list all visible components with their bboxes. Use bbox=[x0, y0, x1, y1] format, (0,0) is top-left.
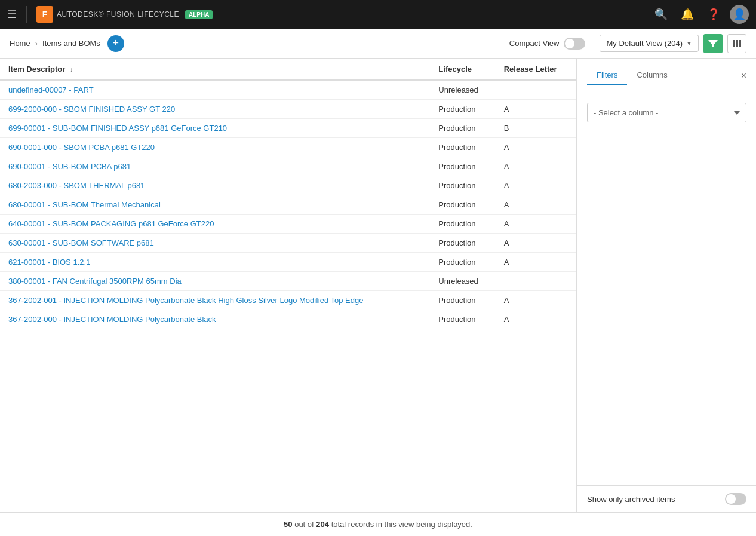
cell-item-descriptor: 699-2000-000 - SBOM FINISHED ASSY GT 220 bbox=[0, 100, 430, 119]
item-link[interactable]: 367-2002-000 - INJECTION MOLDING Polycar… bbox=[8, 315, 216, 324]
item-link[interactable]: 621-00001 - BIOS 1.2.1 bbox=[8, 258, 90, 267]
cell-lifecycle: Production bbox=[430, 100, 495, 119]
table-row: 699-2000-000 - SBOM FINISHED ASSY GT 220… bbox=[0, 100, 576, 119]
item-link[interactable]: 640-00001 - SUB-BOM PACKAGING p681 GeFor… bbox=[8, 219, 214, 228]
sort-icon: ↓ bbox=[70, 66, 73, 73]
column-label-lifecycle: Lifecycle bbox=[438, 65, 472, 73]
item-link[interactable]: 380-00001 - FAN Centrifugal 3500RPM 65mm… bbox=[8, 277, 182, 286]
item-link[interactable]: undefined-00007 - PART bbox=[8, 85, 94, 94]
default-view-label: My Default View (204) bbox=[606, 39, 683, 48]
svg-marker-0 bbox=[708, 40, 718, 47]
column-item-descriptor[interactable]: Item Descriptor ↓ bbox=[0, 59, 430, 80]
cell-lifecycle: Production bbox=[430, 119, 495, 138]
cell-item-descriptor: 680-2003-000 - SBOM THERMAL p681 bbox=[0, 176, 430, 195]
cell-release-letter: A bbox=[496, 157, 576, 176]
cell-lifecycle: Unreleased bbox=[430, 80, 495, 100]
tab-columns[interactable]: Columns bbox=[627, 66, 677, 85]
item-link[interactable]: 367-2002-001 - INJECTION MOLDING Polycar… bbox=[8, 296, 363, 305]
cell-lifecycle: Production bbox=[430, 310, 495, 329]
status-bar: 50 out of 204 total records in this view… bbox=[0, 512, 756, 536]
toggle-knob bbox=[565, 39, 574, 48]
cell-lifecycle: Production bbox=[430, 176, 495, 195]
add-button[interactable]: + bbox=[107, 35, 124, 52]
table-row: undefined-00007 - PARTUnreleased bbox=[0, 80, 576, 100]
svg-rect-2 bbox=[736, 40, 738, 47]
archived-toggle[interactable] bbox=[725, 493, 746, 505]
cell-item-descriptor: 680-00001 - SUB-BOM Thermal Mechanical bbox=[0, 195, 430, 215]
shown-count: 50 bbox=[284, 520, 292, 529]
cell-release-letter: A bbox=[496, 253, 576, 272]
item-link[interactable]: 690-00001 - SUB-BOM PCBA p681 bbox=[8, 162, 131, 171]
cell-lifecycle: Production bbox=[430, 253, 495, 272]
breadcrumb-bar: Home › Items and BOMs + Compact View My … bbox=[0, 29, 756, 59]
cell-lifecycle: Production bbox=[430, 138, 495, 157]
cell-item-descriptor: 640-00001 - SUB-BOM PACKAGING p681 GeFor… bbox=[0, 215, 430, 234]
table-row: 640-00001 - SUB-BOM PACKAGING p681 GeFor… bbox=[0, 215, 576, 234]
default-view-button[interactable]: My Default View (204) ▼ bbox=[600, 35, 699, 52]
search-icon[interactable]: 🔍 bbox=[654, 8, 668, 21]
cell-lifecycle: Production bbox=[430, 195, 495, 215]
table-row: 621-00001 - BIOS 1.2.1ProductionA bbox=[0, 253, 576, 272]
column-label-release-letter: Release Letter bbox=[504, 65, 557, 73]
compact-view-container: Compact View bbox=[509, 38, 586, 50]
filter-button[interactable] bbox=[703, 34, 723, 53]
cell-release-letter: A bbox=[496, 310, 576, 329]
cell-item-descriptor: undefined-00007 - PART bbox=[0, 80, 430, 100]
cell-release-letter bbox=[496, 272, 576, 291]
nav-divider bbox=[26, 6, 27, 23]
archived-label: Show only archived items bbox=[587, 495, 675, 504]
breadcrumb-separator: › bbox=[35, 39, 38, 48]
cell-item-descriptor: 367-2002-000 - INJECTION MOLDING Polycar… bbox=[0, 310, 430, 329]
filter-panel: Filters Columns × - Select a column - Sh… bbox=[577, 59, 756, 512]
archived-toggle-knob bbox=[726, 494, 736, 504]
compact-view-label: Compact View bbox=[509, 39, 560, 48]
column-select[interactable]: - Select a column - bbox=[587, 103, 746, 122]
cell-release-letter: A bbox=[496, 234, 576, 253]
total-count: 204 bbox=[316, 520, 329, 529]
cell-item-descriptor: 699-00001 - SUB-BOM FINISHED ASSY p681 G… bbox=[0, 119, 430, 138]
user-avatar[interactable]: 👤 bbox=[730, 5, 749, 24]
cell-item-descriptor: 367-2002-001 - INJECTION MOLDING Polycar… bbox=[0, 291, 430, 310]
table-row: 630-00001 - SUB-BOM SOFTWARE p681Product… bbox=[0, 234, 576, 253]
item-link[interactable]: 630-00001 - SUB-BOM SOFTWARE p681 bbox=[8, 238, 154, 247]
notification-icon[interactable]: 🔔 bbox=[681, 8, 694, 21]
filter-panel-header: Filters Columns × bbox=[577, 59, 756, 93]
table-row: 699-00001 - SUB-BOM FINISHED ASSY p681 G… bbox=[0, 119, 576, 138]
columns-button[interactable] bbox=[727, 34, 746, 53]
cell-release-letter: A bbox=[496, 176, 576, 195]
cell-lifecycle: Unreleased bbox=[430, 272, 495, 291]
filter-panel-footer: Show only archived items bbox=[577, 485, 756, 512]
help-icon[interactable]: ❓ bbox=[707, 8, 720, 21]
item-link[interactable]: 699-00001 - SUB-BOM FINISHED ASSY p681 G… bbox=[8, 124, 227, 133]
cell-lifecycle: Production bbox=[430, 291, 495, 310]
alpha-badge: ALPHA bbox=[185, 10, 213, 19]
table-row: 690-0001-000 - SBOM PCBA p681 GT220Produ… bbox=[0, 138, 576, 157]
item-link[interactable]: 680-2003-000 - SBOM THERMAL p681 bbox=[8, 181, 145, 190]
column-lifecycle[interactable]: Lifecycle bbox=[430, 59, 495, 80]
home-breadcrumb[interactable]: Home bbox=[10, 39, 30, 48]
cell-release-letter: A bbox=[496, 195, 576, 215]
column-label-item-descriptor: Item Descriptor bbox=[8, 65, 65, 73]
filter-tabs: Filters Columns bbox=[587, 66, 677, 85]
compact-view-toggle[interactable] bbox=[564, 38, 585, 50]
close-filter-panel-button[interactable]: × bbox=[741, 71, 746, 81]
column-release-letter[interactable]: Release Letter bbox=[496, 59, 576, 80]
item-link[interactable]: 690-0001-000 - SBOM PCBA p681 GT220 bbox=[8, 143, 155, 152]
status-suffix: total records in this view being display… bbox=[331, 520, 472, 529]
cell-item-descriptor: 621-00001 - BIOS 1.2.1 bbox=[0, 253, 430, 272]
table-body: undefined-00007 - PARTUnreleased699-2000… bbox=[0, 80, 576, 329]
cell-lifecycle: Production bbox=[430, 215, 495, 234]
filter-icon bbox=[708, 39, 718, 48]
item-link[interactable]: 699-2000-000 - SBOM FINISHED ASSY GT 220 bbox=[8, 105, 175, 114]
table-container: Item Descriptor ↓ Lifecycle Release Lett… bbox=[0, 59, 577, 512]
cell-release-letter bbox=[496, 80, 576, 100]
item-link[interactable]: 680-00001 - SUB-BOM Thermal Mechanical bbox=[8, 200, 161, 209]
table-header-row: Item Descriptor ↓ Lifecycle Release Lett… bbox=[0, 59, 576, 80]
tab-filters[interactable]: Filters bbox=[587, 66, 627, 85]
cell-item-descriptor: 690-0001-000 - SBOM PCBA p681 GT220 bbox=[0, 138, 430, 157]
hamburger-menu-icon[interactable]: ☰ bbox=[7, 8, 17, 21]
top-navigation: ☰ F AUTODESK® FUSION LIFECYCLE ALPHA 🔍 🔔… bbox=[0, 0, 756, 29]
table-row: 367-2002-000 - INJECTION MOLDING Polycar… bbox=[0, 310, 576, 329]
cell-item-descriptor: 690-00001 - SUB-BOM PCBA p681 bbox=[0, 157, 430, 176]
table-row: 367-2002-001 - INJECTION MOLDING Polycar… bbox=[0, 291, 576, 310]
